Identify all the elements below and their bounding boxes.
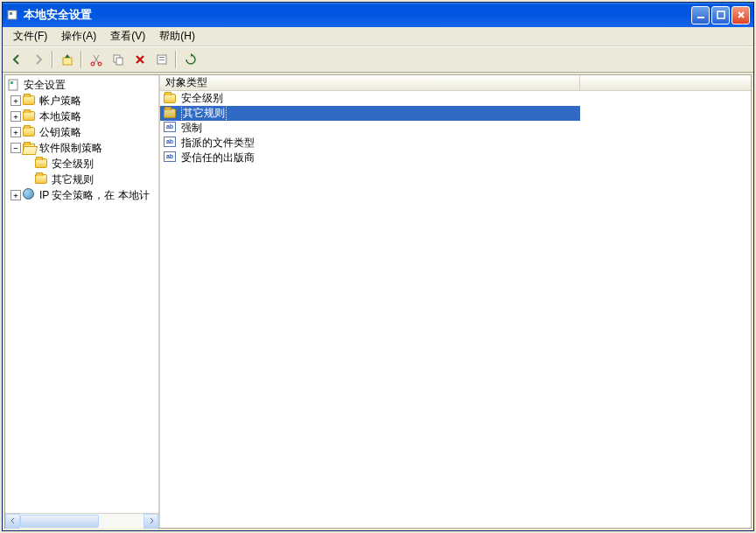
menu-file[interactable]: 文件(F)	[6, 27, 54, 46]
menu-help[interactable]: 帮助(H)	[152, 27, 202, 46]
copy-button[interactable]	[108, 50, 128, 69]
list-item-other-rules[interactable]: 其它规则	[160, 106, 580, 121]
column-header: 对象类型	[160, 75, 751, 91]
separator	[175, 51, 177, 68]
close-button[interactable]	[732, 6, 750, 25]
scroll-thumb[interactable]	[20, 515, 99, 528]
folder-icon	[23, 94, 37, 108]
list-label: 其它规则	[181, 105, 227, 122]
folder-icon	[164, 107, 178, 121]
list-panel: 对象类型 安全级别 其它规则 ab 强制	[160, 75, 751, 528]
list-item-security-level[interactable]: 安全级别	[160, 91, 751, 106]
svg-rect-11	[159, 60, 164, 60]
folder-icon	[23, 125, 37, 139]
menu-action[interactable]: 操作(A)	[54, 27, 103, 46]
svg-rect-12	[9, 80, 18, 90]
registry-icon: ab	[164, 122, 178, 136]
list-item-enforce[interactable]: ab 强制	[160, 121, 751, 136]
expand-icon[interactable]: +	[10, 190, 21, 200]
cut-button[interactable]	[86, 50, 106, 69]
list-view[interactable]: 安全级别 其它规则 ab 强制 ab 指派的文件类型	[160, 91, 751, 528]
app-icon	[6, 8, 20, 22]
column-object-type[interactable]: 对象类型	[160, 75, 580, 90]
registry-icon: ab	[164, 151, 178, 165]
tree-item-local[interactable]: + 本地策略	[5, 109, 158, 124]
svg-rect-3	[718, 11, 724, 18]
list-label: 受信任的出版商	[181, 151, 255, 165]
tree-label: 公钥策略	[39, 125, 81, 140]
svg-rect-13	[10, 81, 13, 84]
folder-icon	[35, 172, 49, 186]
tree-label: 安全设置	[24, 78, 66, 93]
tree-label: 帐户策略	[39, 94, 81, 109]
security-root-icon	[7, 78, 21, 92]
list-item-filetypes[interactable]: ab 指派的文件类型	[160, 136, 751, 151]
forward-button[interactable]	[28, 50, 48, 69]
registry-icon: ab	[164, 137, 178, 151]
folder-icon	[35, 157, 49, 171]
up-button[interactable]	[57, 50, 77, 69]
tree-item-software[interactable]: − 软件限制策略	[5, 140, 158, 156]
tree-label: IP 安全策略，在 本地计	[39, 188, 150, 203]
list-label: 安全级别	[181, 91, 223, 106]
expand-icon[interactable]: +	[10, 127, 21, 137]
tree-item-other-rules[interactable]: 其它规则	[5, 172, 158, 187]
folder-open-icon	[23, 141, 37, 155]
tree-label: 其它规则	[52, 172, 94, 187]
tree-item-accounts[interactable]: + 帐户策略	[5, 93, 158, 109]
horizontal-scrollbar[interactable]	[5, 513, 158, 528]
tree-view[interactable]: 安全设置 + 帐户策略 + 本地策略	[5, 75, 158, 513]
list-item-trusted[interactable]: ab 受信任的出版商	[160, 151, 751, 165]
tree-panel: 安全设置 + 帐户策略 + 本地策略	[5, 75, 160, 528]
scroll-right-button[interactable]	[144, 514, 158, 529]
collapse-icon[interactable]: −	[10, 143, 21, 153]
list-label: 指派的文件类型	[181, 136, 255, 151]
folder-icon	[164, 92, 178, 106]
tree-item-security-level[interactable]: 安全级别	[5, 156, 158, 172]
separator	[80, 51, 82, 68]
svg-rect-10	[159, 57, 164, 58]
refresh-button[interactable]	[180, 50, 200, 69]
tree-root[interactable]: 安全设置	[5, 77, 158, 93]
expand-icon[interactable]: +	[10, 111, 21, 122]
svg-rect-4	[63, 58, 72, 65]
tree-label: 安全级别	[52, 157, 94, 172]
window-controls	[691, 6, 750, 25]
properties-button[interactable]	[151, 50, 172, 69]
svg-rect-8	[116, 58, 122, 65]
expand-icon[interactable]: +	[10, 95, 21, 106]
tree-item-ipsec[interactable]: + IP 安全策略，在 本地计	[5, 187, 158, 203]
svg-rect-2	[697, 17, 704, 18]
svg-rect-1	[10, 12, 12, 15]
toolbar	[3, 46, 753, 73]
menu-view[interactable]: 查看(V)	[103, 27, 152, 46]
folder-icon	[23, 109, 37, 123]
maximize-button[interactable]	[711, 6, 730, 25]
main-window: 本地安全设置 文件(F) 操作(A) 查看(V) 帮助(H)	[2, 2, 754, 531]
scroll-left-button[interactable]	[5, 514, 20, 529]
content-area: 安全设置 + 帐户策略 + 本地策略	[4, 74, 752, 529]
list-label: 强制	[181, 121, 202, 136]
menubar: 文件(F) 操作(A) 查看(V) 帮助(H)	[3, 27, 753, 46]
tree-label: 软件限制策略	[39, 141, 102, 156]
delete-button[interactable]	[130, 50, 150, 69]
minimize-button[interactable]	[691, 6, 710, 25]
window-title: 本地安全设置	[24, 7, 691, 23]
tree-label: 本地策略	[39, 109, 81, 124]
tree-item-pubkey[interactable]: + 公钥策略	[5, 124, 158, 140]
back-button[interactable]	[6, 50, 26, 69]
scroll-track[interactable]	[20, 514, 144, 529]
separator	[52, 51, 53, 68]
globe-icon	[23, 188, 37, 202]
titlebar: 本地安全设置	[3, 3, 753, 27]
